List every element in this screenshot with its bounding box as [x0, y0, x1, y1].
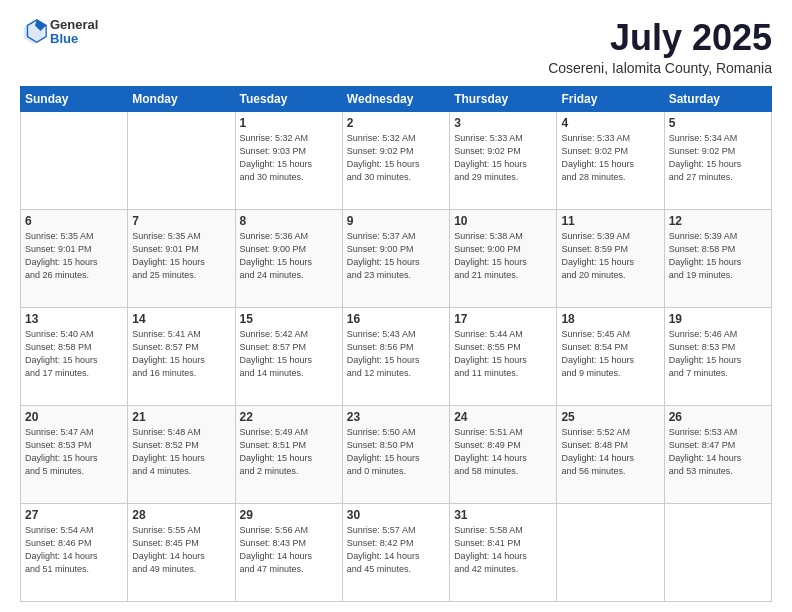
day-number: 18	[561, 312, 659, 326]
day-number: 4	[561, 116, 659, 130]
calendar-cell: 5Sunrise: 5:34 AM Sunset: 9:02 PM Daylig…	[664, 111, 771, 209]
day-info: Sunrise: 5:32 AM Sunset: 9:02 PM Dayligh…	[347, 132, 445, 184]
day-number: 10	[454, 214, 552, 228]
day-number: 1	[240, 116, 338, 130]
calendar-cell: 9Sunrise: 5:37 AM Sunset: 9:00 PM Daylig…	[342, 209, 449, 307]
header-thursday: Thursday	[450, 86, 557, 111]
day-number: 6	[25, 214, 123, 228]
day-info: Sunrise: 5:47 AM Sunset: 8:53 PM Dayligh…	[25, 426, 123, 478]
calendar-cell: 16Sunrise: 5:43 AM Sunset: 8:56 PM Dayli…	[342, 307, 449, 405]
header-wednesday: Wednesday	[342, 86, 449, 111]
day-info: Sunrise: 5:33 AM Sunset: 9:02 PM Dayligh…	[454, 132, 552, 184]
day-number: 14	[132, 312, 230, 326]
calendar-cell	[21, 111, 128, 209]
day-info: Sunrise: 5:34 AM Sunset: 9:02 PM Dayligh…	[669, 132, 767, 184]
day-info: Sunrise: 5:35 AM Sunset: 9:01 PM Dayligh…	[132, 230, 230, 282]
calendar-cell	[557, 503, 664, 601]
calendar-cell: 18Sunrise: 5:45 AM Sunset: 8:54 PM Dayli…	[557, 307, 664, 405]
day-info: Sunrise: 5:58 AM Sunset: 8:41 PM Dayligh…	[454, 524, 552, 576]
calendar-cell: 14Sunrise: 5:41 AM Sunset: 8:57 PM Dayli…	[128, 307, 235, 405]
day-info: Sunrise: 5:50 AM Sunset: 8:50 PM Dayligh…	[347, 426, 445, 478]
day-number: 8	[240, 214, 338, 228]
calendar-cell	[128, 111, 235, 209]
header: General Blue July 2025 Cosereni, Ialomit…	[20, 18, 772, 76]
logo: General Blue	[20, 18, 98, 47]
calendar-cell: 29Sunrise: 5:56 AM Sunset: 8:43 PM Dayli…	[235, 503, 342, 601]
day-number: 12	[669, 214, 767, 228]
day-info: Sunrise: 5:48 AM Sunset: 8:52 PM Dayligh…	[132, 426, 230, 478]
day-number: 16	[347, 312, 445, 326]
calendar-cell: 31Sunrise: 5:58 AM Sunset: 8:41 PM Dayli…	[450, 503, 557, 601]
day-info: Sunrise: 5:39 AM Sunset: 8:59 PM Dayligh…	[561, 230, 659, 282]
calendar-cell: 19Sunrise: 5:46 AM Sunset: 8:53 PM Dayli…	[664, 307, 771, 405]
day-info: Sunrise: 5:39 AM Sunset: 8:58 PM Dayligh…	[669, 230, 767, 282]
day-info: Sunrise: 5:32 AM Sunset: 9:03 PM Dayligh…	[240, 132, 338, 184]
day-number: 15	[240, 312, 338, 326]
day-number: 11	[561, 214, 659, 228]
day-info: Sunrise: 5:53 AM Sunset: 8:47 PM Dayligh…	[669, 426, 767, 478]
day-number: 3	[454, 116, 552, 130]
day-number: 26	[669, 410, 767, 424]
day-info: Sunrise: 5:56 AM Sunset: 8:43 PM Dayligh…	[240, 524, 338, 576]
calendar-table: Sunday Monday Tuesday Wednesday Thursday…	[20, 86, 772, 602]
calendar-cell: 15Sunrise: 5:42 AM Sunset: 8:57 PM Dayli…	[235, 307, 342, 405]
calendar-cell: 27Sunrise: 5:54 AM Sunset: 8:46 PM Dayli…	[21, 503, 128, 601]
day-number: 13	[25, 312, 123, 326]
day-info: Sunrise: 5:33 AM Sunset: 9:02 PM Dayligh…	[561, 132, 659, 184]
calendar-cell: 3Sunrise: 5:33 AM Sunset: 9:02 PM Daylig…	[450, 111, 557, 209]
day-info: Sunrise: 5:44 AM Sunset: 8:55 PM Dayligh…	[454, 328, 552, 380]
day-number: 23	[347, 410, 445, 424]
day-number: 17	[454, 312, 552, 326]
calendar-cell: 30Sunrise: 5:57 AM Sunset: 8:42 PM Dayli…	[342, 503, 449, 601]
day-number: 21	[132, 410, 230, 424]
calendar-cell: 12Sunrise: 5:39 AM Sunset: 8:58 PM Dayli…	[664, 209, 771, 307]
day-number: 28	[132, 508, 230, 522]
calendar-cell: 26Sunrise: 5:53 AM Sunset: 8:47 PM Dayli…	[664, 405, 771, 503]
logo-text: General Blue	[50, 18, 98, 47]
day-info: Sunrise: 5:49 AM Sunset: 8:51 PM Dayligh…	[240, 426, 338, 478]
calendar-cell: 7Sunrise: 5:35 AM Sunset: 9:01 PM Daylig…	[128, 209, 235, 307]
logo-icon	[20, 18, 48, 46]
month-title: July 2025	[548, 18, 772, 58]
day-info: Sunrise: 5:52 AM Sunset: 8:48 PM Dayligh…	[561, 426, 659, 478]
day-number: 31	[454, 508, 552, 522]
calendar-cell: 2Sunrise: 5:32 AM Sunset: 9:02 PM Daylig…	[342, 111, 449, 209]
title-block: July 2025 Cosereni, Ialomita County, Rom…	[548, 18, 772, 76]
day-info: Sunrise: 5:55 AM Sunset: 8:45 PM Dayligh…	[132, 524, 230, 576]
calendar-week-1: 6Sunrise: 5:35 AM Sunset: 9:01 PM Daylig…	[21, 209, 772, 307]
day-number: 29	[240, 508, 338, 522]
day-number: 25	[561, 410, 659, 424]
day-number: 19	[669, 312, 767, 326]
calendar-week-2: 13Sunrise: 5:40 AM Sunset: 8:58 PM Dayli…	[21, 307, 772, 405]
day-info: Sunrise: 5:46 AM Sunset: 8:53 PM Dayligh…	[669, 328, 767, 380]
day-number: 7	[132, 214, 230, 228]
calendar-cell: 23Sunrise: 5:50 AM Sunset: 8:50 PM Dayli…	[342, 405, 449, 503]
header-friday: Friday	[557, 86, 664, 111]
calendar-cell: 8Sunrise: 5:36 AM Sunset: 9:00 PM Daylig…	[235, 209, 342, 307]
day-info: Sunrise: 5:43 AM Sunset: 8:56 PM Dayligh…	[347, 328, 445, 380]
calendar-week-0: 1Sunrise: 5:32 AM Sunset: 9:03 PM Daylig…	[21, 111, 772, 209]
calendar-week-3: 20Sunrise: 5:47 AM Sunset: 8:53 PM Dayli…	[21, 405, 772, 503]
day-info: Sunrise: 5:38 AM Sunset: 9:00 PM Dayligh…	[454, 230, 552, 282]
day-number: 30	[347, 508, 445, 522]
day-info: Sunrise: 5:40 AM Sunset: 8:58 PM Dayligh…	[25, 328, 123, 380]
calendar-cell: 11Sunrise: 5:39 AM Sunset: 8:59 PM Dayli…	[557, 209, 664, 307]
day-number: 24	[454, 410, 552, 424]
header-monday: Monday	[128, 86, 235, 111]
calendar-cell: 20Sunrise: 5:47 AM Sunset: 8:53 PM Dayli…	[21, 405, 128, 503]
day-info: Sunrise: 5:54 AM Sunset: 8:46 PM Dayligh…	[25, 524, 123, 576]
day-info: Sunrise: 5:45 AM Sunset: 8:54 PM Dayligh…	[561, 328, 659, 380]
calendar-cell: 4Sunrise: 5:33 AM Sunset: 9:02 PM Daylig…	[557, 111, 664, 209]
calendar-cell: 13Sunrise: 5:40 AM Sunset: 8:58 PM Dayli…	[21, 307, 128, 405]
day-number: 27	[25, 508, 123, 522]
day-number: 9	[347, 214, 445, 228]
logo-blue-text: Blue	[50, 32, 98, 46]
day-info: Sunrise: 5:36 AM Sunset: 9:00 PM Dayligh…	[240, 230, 338, 282]
day-number: 5	[669, 116, 767, 130]
calendar-header-row: Sunday Monday Tuesday Wednesday Thursday…	[21, 86, 772, 111]
day-info: Sunrise: 5:37 AM Sunset: 9:00 PM Dayligh…	[347, 230, 445, 282]
calendar-cell: 17Sunrise: 5:44 AM Sunset: 8:55 PM Dayli…	[450, 307, 557, 405]
header-tuesday: Tuesday	[235, 86, 342, 111]
calendar-cell: 25Sunrise: 5:52 AM Sunset: 8:48 PM Dayli…	[557, 405, 664, 503]
calendar-week-4: 27Sunrise: 5:54 AM Sunset: 8:46 PM Dayli…	[21, 503, 772, 601]
